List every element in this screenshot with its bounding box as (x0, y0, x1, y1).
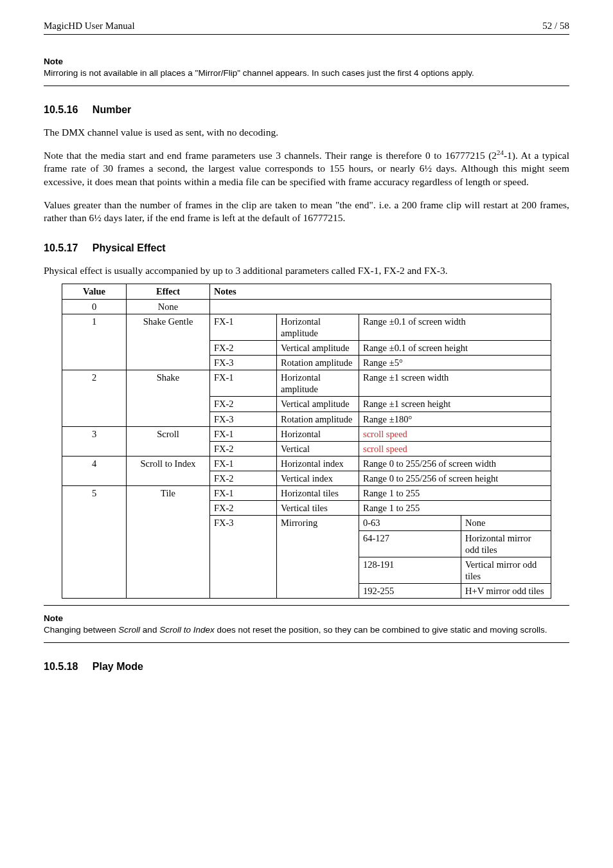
section-heading-number: 10.5.16 Number (44, 104, 569, 116)
cell-effect: Scroll (127, 426, 210, 456)
cell-fx-desc: Vertical tiles (277, 501, 359, 516)
note-block-top: Note Mirroring is not available in all p… (44, 57, 569, 86)
cell-fx-id: FX-2 (210, 397, 277, 411)
cell-mirroring-range: 192-255 (359, 584, 461, 599)
cell-fx-id: FX-3 (210, 411, 277, 426)
cell-fx-range: Range ±1 screen width (359, 370, 551, 397)
cell-fx-desc: Rotation amplitude (277, 356, 359, 370)
cell-effect: Shake (127, 370, 210, 427)
paragraph: Physical effect is usually accompanied b… (44, 264, 569, 277)
header-page-number: 52 / 58 (542, 21, 569, 32)
cell-effect: Tile (127, 486, 210, 599)
cell-fx-desc: Vertical (277, 441, 359, 456)
cell-fx-id: FX-2 (210, 340, 277, 355)
cell-mirroring-range: 64-127 (359, 530, 461, 557)
cell-fx-desc: Horizontal index (277, 456, 359, 471)
cell-fx-desc: Horizontal amplitude (277, 370, 359, 397)
table-row: 2 Shake FX-1 Horizontal amplitude Range … (62, 370, 551, 397)
cell-mirroring-desc: Horizontal mirror odd tiles (461, 530, 551, 557)
cell-fx-desc: Vertical amplitude (277, 397, 359, 411)
cell-fx-desc: Vertical amplitude (277, 340, 359, 355)
table-header-row: Value Effect Notes (62, 284, 551, 299)
cell-value: 3 (62, 426, 127, 456)
note-label: Note (44, 57, 569, 66)
section-number: 10.5.17 (44, 242, 78, 253)
cell-fx-desc: Vertical index (277, 471, 359, 486)
cell-fx-range: Range ±0.1 of screen height (359, 340, 551, 355)
cell-fx-range: Range ±5° (359, 356, 551, 370)
cell-fx-range: Range 0 to 255/256 of screen height (359, 471, 551, 486)
note-body: Changing between Scroll and Scroll to In… (44, 624, 569, 636)
cell-fx-range: Range 1 to 255 (359, 501, 551, 516)
paragraph: Note that the media start and end frame … (44, 149, 569, 188)
cell-fx-id: FX-2 (210, 501, 277, 516)
cell-fx-desc: Horizontal amplitude (277, 314, 359, 340)
superscript: 24 (497, 149, 504, 156)
table-row: 5 Tile FX-1 Horizontal tiles Range 1 to … (62, 486, 551, 501)
cell-fx-id: FX-2 (210, 441, 277, 456)
cell-fx-id: FX-1 (210, 370, 277, 397)
cell-fx-range-link[interactable]: scroll speed (359, 426, 551, 441)
cell-mirroring-range: 0-63 (359, 516, 461, 530)
cell-fx-desc: Rotation amplitude (277, 411, 359, 426)
section-title: Play Mode (93, 661, 143, 672)
page-header: MagicHD User Manual 52 / 58 (44, 21, 569, 35)
cell-mirroring-desc: Vertical mirror odd tiles (461, 557, 551, 583)
cell-mirroring-desc: None (461, 516, 551, 530)
text-run: Note that the media start and end frame … (44, 150, 497, 161)
cell-fx-desc: Mirroring (277, 516, 359, 599)
column-header: Value (62, 284, 127, 299)
cell-fx-range-link[interactable]: scroll speed (359, 441, 551, 456)
section-heading-play-mode: 10.5.18 Play Mode (44, 661, 569, 673)
cell-value: 4 (62, 456, 127, 485)
text-run: Changing between (44, 625, 118, 635)
cell-fx-range: Range ±1 screen height (359, 397, 551, 411)
note-block-bottom: Note Changing between Scroll and Scroll … (44, 605, 569, 643)
paragraph: The DMX channel value is used as sent, w… (44, 126, 569, 139)
table-row: 1 Shake Gentle FX-1 Horizontal amplitude… (62, 314, 551, 340)
paragraph: Values greater than the number of frames… (44, 199, 569, 225)
cell-fx-id: FX-3 (210, 356, 277, 370)
table-row: 3 Scroll FX-1 Horizontal scroll speed (62, 426, 551, 441)
cell-fx-id: FX-3 (210, 516, 277, 599)
cell-fx-range: Range 1 to 255 (359, 486, 551, 501)
cell-fx-range: Range ±180° (359, 411, 551, 426)
italic-term: Scroll to Index (159, 625, 215, 635)
section-heading-physical-effect: 10.5.17 Physical Effect (44, 242, 569, 254)
header-doc-title: MagicHD User Manual (44, 21, 135, 32)
cell-value: 2 (62, 370, 127, 427)
section-title: Number (93, 104, 131, 115)
cell-fx-id: FX-1 (210, 486, 277, 501)
table-row: 0 None (62, 299, 551, 314)
text-run: and (140, 625, 159, 635)
italic-term: Scroll (118, 625, 140, 635)
section-number: 10.5.18 (44, 661, 78, 672)
note-body: Mirroring is not available in all places… (44, 68, 569, 79)
section-number: 10.5.16 (44, 104, 78, 115)
cell-effect: None (127, 299, 210, 314)
cell-effect: Shake Gentle (127, 314, 210, 370)
cell-value: 0 (62, 299, 127, 314)
cell-value: 1 (62, 314, 127, 370)
cell-fx-range: Range ±0.1 of screen width (359, 314, 551, 340)
table-row: 4 Scroll to Index FX-1 Horizontal index … (62, 456, 551, 471)
cell-fx-desc: Horizontal (277, 426, 359, 441)
cell-fx-id: FX-1 (210, 426, 277, 441)
physical-effect-table: Value Effect Notes 0 None 1 Shake Gentle… (62, 284, 551, 599)
cell-fx-id: FX-1 (210, 456, 277, 471)
cell-fx-range: Range 0 to 255/256 of screen width (359, 456, 551, 471)
column-header: Notes (210, 284, 551, 299)
cell-notes (210, 299, 551, 314)
cell-fx-desc: Horizontal tiles (277, 486, 359, 501)
section-title: Physical Effect (93, 242, 166, 253)
cell-mirroring-desc: H+V mirror odd tiles (461, 584, 551, 599)
cell-fx-id: FX-1 (210, 314, 277, 340)
note-label: Note (44, 613, 569, 623)
column-header: Effect (127, 284, 210, 299)
cell-mirroring-range: 128-191 (359, 557, 461, 583)
cell-effect: Scroll to Index (127, 456, 210, 485)
cell-fx-id: FX-2 (210, 471, 277, 486)
text-run: does not reset the position, so they can… (215, 625, 547, 635)
cell-value: 5 (62, 486, 127, 599)
